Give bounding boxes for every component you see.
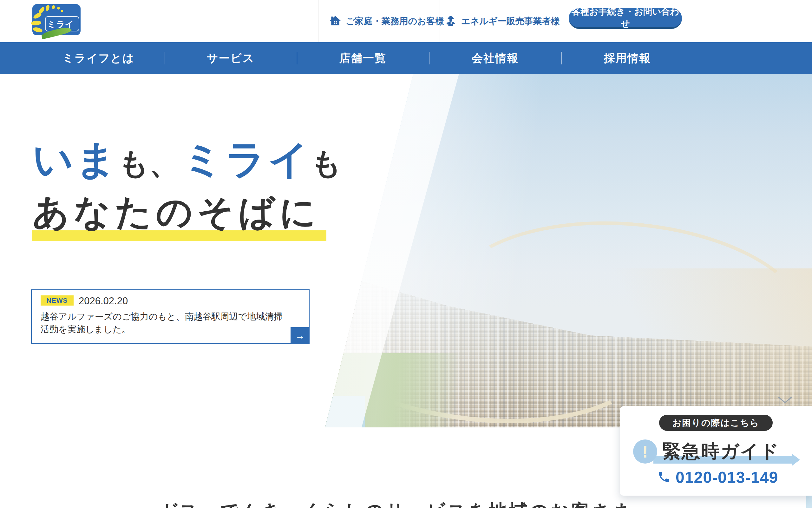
chevron-down-icon[interactable] — [778, 396, 792, 404]
next-section-heading: ガス・でんき・くらしのサービスを地域のお客さまへ — [159, 499, 653, 508]
contact-cta-button[interactable]: 各種お手続き・お問い合わせ — [569, 8, 682, 29]
nav-divider — [561, 52, 562, 65]
emergency-guide-title[interactable]: 緊急時ガイド — [662, 439, 780, 464]
hero-title-segment: も — [311, 148, 342, 180]
nav-item-company[interactable]: 会社情報 — [472, 42, 518, 74]
worker-icon — [445, 14, 457, 28]
exclamation-icon: ! — [633, 439, 657, 464]
nav-divider — [429, 52, 430, 65]
hero-title-segment: ミライ — [182, 140, 311, 180]
page: ミライフ ご家庭・業務用のお客様 — [0, 0, 812, 508]
news-card[interactable]: NEWS 2026.02.20 越谷アルファーズのご協力のもと、南越谷駅周辺で地… — [31, 289, 310, 344]
nav-item-stores[interactable]: 店舗一覧 — [340, 42, 386, 74]
photo-fade-overlay — [320, 74, 812, 427]
emergency-tooltip: お困りの際はこちら — [659, 415, 773, 431]
header-link-label: エネルギー販売事業者様 — [461, 15, 560, 27]
header-link-energy-dealers[interactable]: エネルギー販売事業者様 — [445, 0, 560, 42]
header-link-label: ご家庭・業務用のお客様 — [346, 15, 444, 27]
hero-title-segment: も、 — [118, 148, 179, 180]
news-badge: NEWS — [41, 295, 74, 305]
news-arrow-button[interactable]: → — [290, 327, 310, 344]
house-icon — [329, 14, 341, 28]
decor-strip — [806, 495, 812, 508]
news-date: 2026.02.20 — [79, 295, 128, 307]
nav-item-recruit[interactable]: 採用情報 — [604, 42, 651, 74]
arrow-right-icon: → — [295, 330, 305, 341]
hero-title-segment: いま — [33, 140, 118, 180]
nav-divider — [165, 52, 165, 65]
nav-divider — [297, 52, 297, 65]
contact-cta-label: 各種お手続き・お問い合わせ — [571, 6, 680, 30]
sunflower-petal-icon — [61, 10, 63, 12]
nav-item-about[interactable]: ミライフとは — [62, 42, 134, 74]
phone-icon — [657, 470, 671, 485]
nav-item-services[interactable]: サービス — [207, 42, 255, 74]
sunflower-petal-icon — [57, 7, 60, 9]
hero-title-line2: あなたのそばに — [33, 192, 321, 233]
main-nav: ミライフとは サービス 店舗一覧 会社情報 採用情報 — [0, 42, 812, 74]
emergency-phone-link[interactable]: 0120-013-149 — [657, 468, 778, 487]
hero-title-line1: いま も、 ミライ も — [33, 138, 342, 180]
emergency-phone-number: 0120-013-149 — [676, 468, 778, 487]
header-divider — [561, 0, 561, 42]
exclamation-glyph: ! — [642, 443, 648, 460]
news-body: 越谷アルファーズのご協力のもと、南越谷駅周辺で地域清掃活動を実施しました。 — [41, 310, 285, 336]
header-divider — [318, 0, 318, 42]
emergency-guide-card: お困りの際はこちら ! 緊急時ガイド 0120-013-149 — [620, 406, 812, 496]
hero-cityscape-photo — [320, 74, 812, 427]
logo[interactable]: ミライフ — [32, 4, 81, 35]
header: ミライフ ご家庭・業務用のお客様 — [0, 0, 812, 42]
header-link-residential[interactable]: ご家庭・業務用のお客様 — [329, 0, 444, 42]
